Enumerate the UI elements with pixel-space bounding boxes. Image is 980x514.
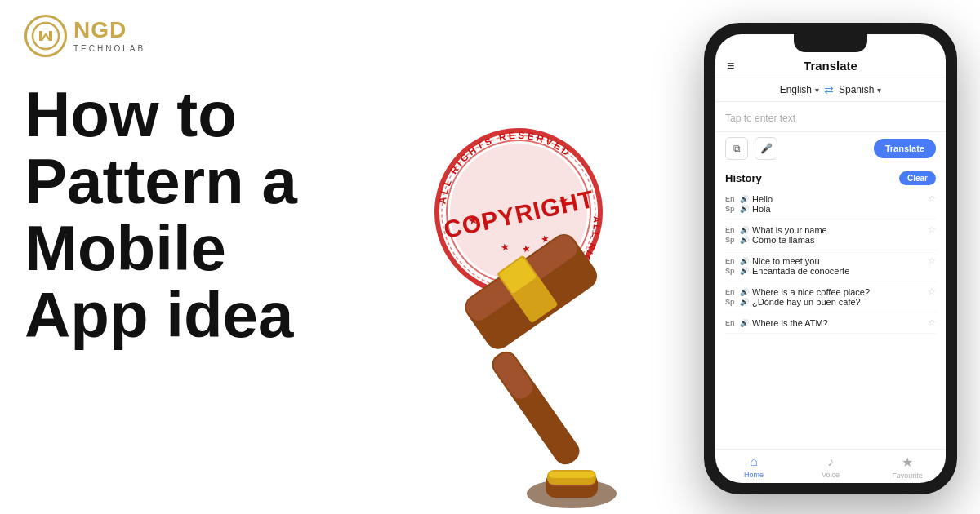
logo-text: NGD TECHNOLAB bbox=[74, 19, 145, 53]
history-en-text: What is your name bbox=[752, 225, 827, 235]
headline: How to Pattern a Mobile App idea bbox=[24, 82, 368, 349]
speaker-icon-sp[interactable]: 🔊 bbox=[740, 298, 749, 306]
logo-icon bbox=[24, 15, 67, 57]
speaker-icon[interactable]: 🔊 bbox=[740, 226, 749, 234]
history-row: En 🔊 Where is the ATM? ☆ bbox=[725, 317, 936, 328]
lang-tag-en: En bbox=[725, 288, 737, 296]
speaker-icon[interactable]: 🔊 bbox=[740, 288, 749, 296]
history-header: History Clear bbox=[715, 165, 946, 188]
history-row: En 🔊 Nice to meet you ☆ bbox=[725, 255, 936, 266]
list-item: En 🔊 Where is the ATM? ☆ bbox=[725, 312, 936, 334]
headline-line2: Pattern a bbox=[24, 148, 368, 215]
history-row-content-sp: Sp 🔊 Cómo te llamas bbox=[725, 235, 814, 245]
list-item: En 🔊 Hello ☆ Sp 🔊 Hola bbox=[725, 188, 936, 219]
speaker-icon-sp[interactable]: 🔊 bbox=[740, 205, 749, 213]
copy-icon: ⧉ bbox=[733, 143, 741, 154]
logo-subtitle: TECHNOLAB bbox=[74, 42, 145, 53]
text-input-placeholder: Tap to enter text bbox=[725, 113, 795, 124]
speaker-icon[interactable]: 🔊 bbox=[740, 195, 749, 203]
source-dropdown-icon: ▾ bbox=[815, 86, 819, 95]
favorite-icon[interactable]: ☆ bbox=[928, 317, 936, 328]
voice-icon: ♪ bbox=[827, 454, 834, 469]
list-item: En 🔊 What is your name ☆ Sp 🔊 Cómo te ll… bbox=[725, 219, 936, 250]
history-row-content-sp: Sp 🔊 Hola bbox=[725, 204, 771, 214]
history-row-sp: Sp 🔊 Hola bbox=[725, 204, 936, 214]
history-row-sp: Sp 🔊 Cómo te llamas bbox=[725, 235, 936, 245]
history-en-text: Where is a nice coffee place? bbox=[752, 287, 870, 297]
favorite-icon[interactable]: ☆ bbox=[928, 193, 936, 204]
copy-icon-btn[interactable]: ⧉ bbox=[725, 137, 748, 160]
headline-line1: How to bbox=[24, 82, 368, 148]
source-language-label: English bbox=[780, 84, 812, 95]
list-item: En 🔊 Where is a nice coffee place? ☆ Sp … bbox=[725, 281, 936, 312]
menu-icon[interactable]: ≡ bbox=[727, 59, 734, 73]
history-en-text: Where is the ATM? bbox=[752, 318, 828, 328]
mic-icon-btn[interactable]: 🎤 bbox=[755, 137, 777, 160]
speaker-icon-sp[interactable]: 🔊 bbox=[740, 267, 749, 275]
history-row: En 🔊 Hello ☆ bbox=[725, 193, 936, 204]
history-sp-text: ¿Dónde hay un buen café? bbox=[752, 297, 861, 307]
app-title: Translate bbox=[804, 59, 858, 73]
speaker-icon-sp[interactable]: 🔊 bbox=[740, 236, 749, 244]
headline-line3: Mobile bbox=[24, 215, 368, 282]
history-row-content: En 🔊 Nice to meet you bbox=[725, 256, 820, 266]
text-input-area[interactable]: Tap to enter text bbox=[715, 101, 946, 131]
favorite-icon[interactable]: ☆ bbox=[928, 286, 936, 297]
speaker-icon[interactable]: 🔊 bbox=[740, 257, 749, 265]
logo: NGD TECHNOLAB bbox=[24, 15, 145, 57]
phone-notch bbox=[794, 34, 867, 52]
headline-pattern: Pattern bbox=[24, 145, 244, 217]
lang-tag-en: En bbox=[725, 319, 737, 327]
headline-line4: App idea bbox=[24, 282, 368, 349]
mic-icon: 🎤 bbox=[760, 143, 773, 154]
list-item: En 🔊 Nice to meet you ☆ Sp 🔊 Encantada d… bbox=[725, 250, 936, 281]
history-row-content: En 🔊 Where is a nice coffee place? bbox=[725, 287, 870, 297]
history-label: History bbox=[725, 172, 762, 184]
lang-tag-sp: Sp bbox=[725, 267, 737, 275]
history-row-sp: Sp 🔊 ¿Dónde hay un buen café? bbox=[725, 297, 936, 307]
nav-favourite[interactable]: ★ Favourite bbox=[869, 454, 946, 480]
lang-tag-en: En bbox=[725, 195, 737, 203]
nav-home[interactable]: ⌂ Home bbox=[715, 454, 792, 480]
phone-screen: ≡ Translate English ▾ ⇄ Spanish ▾ Tap to… bbox=[715, 34, 946, 483]
language-selector: English ▾ ⇄ Spanish ▾ bbox=[715, 78, 946, 101]
nav-voice-label: Voice bbox=[822, 471, 840, 479]
lang-tag-sp: Sp bbox=[725, 236, 737, 244]
history-list: En 🔊 Hello ☆ Sp 🔊 Hola bbox=[715, 188, 946, 449]
target-language-label: Spanish bbox=[839, 84, 874, 95]
favourite-icon: ★ bbox=[902, 454, 913, 470]
target-dropdown-icon: ▾ bbox=[877, 86, 881, 95]
history-row-content: En 🔊 What is your name bbox=[725, 225, 827, 235]
history-en-text: Nice to meet you bbox=[752, 256, 820, 266]
history-sp-text: Hola bbox=[752, 204, 771, 214]
history-row: En 🔊 Where is a nice coffee place? ☆ bbox=[725, 286, 936, 297]
lang-tag-en: En bbox=[725, 226, 737, 234]
phone-mockup: ≡ Translate English ▾ ⇄ Spanish ▾ Tap to… bbox=[704, 23, 957, 494]
lang-tag-sp: Sp bbox=[725, 298, 737, 306]
app-header: ≡ Translate bbox=[715, 52, 946, 78]
clear-history-button[interactable]: Clear bbox=[899, 171, 936, 185]
speaker-icon[interactable]: 🔊 bbox=[740, 319, 749, 327]
lang-tag-sp: Sp bbox=[725, 205, 737, 213]
svg-rect-23 bbox=[549, 472, 595, 478]
logo-brand: NGD bbox=[74, 19, 145, 42]
nav-home-label: Home bbox=[744, 471, 764, 479]
bottom-nav: ⌂ Home ♪ Voice ★ Favourite bbox=[715, 449, 946, 483]
history-row-sp: Sp 🔊 Encantada de conocerte bbox=[725, 266, 936, 276]
swap-languages-icon[interactable]: ⇄ bbox=[824, 83, 834, 96]
history-row-content: En 🔊 Where is the ATM? bbox=[725, 318, 828, 328]
action-icons-group: ⧉ 🎤 bbox=[725, 137, 777, 160]
history-row-content-sp: Sp 🔊 ¿Dónde hay un buen café? bbox=[725, 297, 861, 307]
history-row: En 🔊 What is your name ☆ bbox=[725, 224, 936, 235]
history-row-content: En 🔊 Hello bbox=[725, 194, 773, 204]
history-sp-text: Cómo te llamas bbox=[752, 235, 814, 245]
nav-voice[interactable]: ♪ Voice bbox=[792, 454, 869, 480]
history-row-content-sp: Sp 🔊 Encantada de conocerte bbox=[725, 266, 849, 276]
favorite-icon[interactable]: ☆ bbox=[928, 255, 936, 266]
source-language-btn[interactable]: English ▾ bbox=[780, 84, 819, 95]
target-language-btn[interactable]: Spanish ▾ bbox=[839, 84, 881, 95]
translate-button[interactable]: Translate bbox=[874, 139, 936, 158]
home-icon: ⌂ bbox=[750, 454, 758, 469]
favorite-icon[interactable]: ☆ bbox=[928, 224, 936, 235]
lang-tag-en: En bbox=[725, 257, 737, 265]
